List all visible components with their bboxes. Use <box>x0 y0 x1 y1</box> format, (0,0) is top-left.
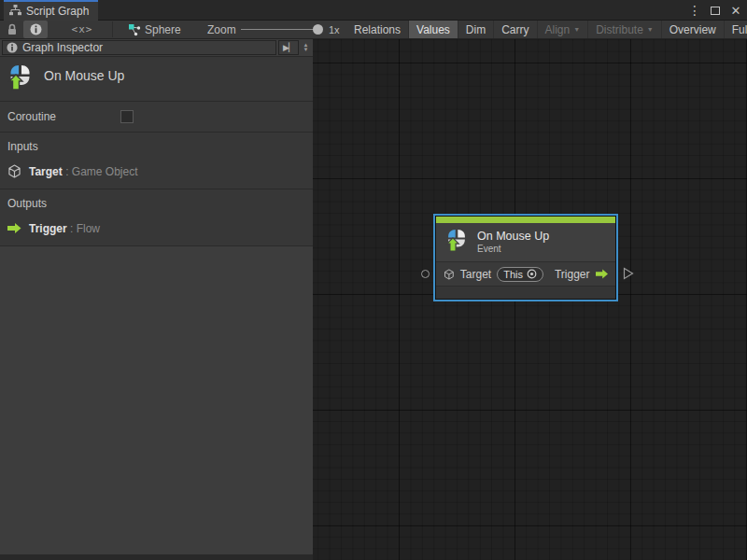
node-port-row: Target This Trigger <box>436 261 615 286</box>
input-type: Game Object <box>72 165 138 178</box>
event-color-bar <box>436 217 615 223</box>
mouse-up-icon <box>7 64 33 94</box>
coroutine-checkbox[interactable] <box>120 110 134 123</box>
on-mouse-up-node[interactable]: On Mouse Up Event Target This <box>435 216 616 300</box>
zoom-label: Zoom <box>207 21 236 38</box>
node-body[interactable]: On Mouse Up Event Target This <box>435 216 616 300</box>
unit-header-section: On Mouse Up <box>0 57 313 102</box>
inspector-bottom-edge <box>0 554 313 560</box>
script-graph-window: Script Graph ⋮ ✕ <x> <box>0 0 747 560</box>
input-name: Target <box>29 165 63 178</box>
flow-arrow-icon <box>7 222 21 234</box>
graph-inspector-panel: Graph Inspector ▶▏ ▲ ▼ On Mouse Up Corou… <box>0 39 313 560</box>
window-menu-icon[interactable]: ⋮ <box>687 3 702 18</box>
zoom-value: 1x <box>329 21 340 38</box>
graph-owner-label[interactable]: Sphere <box>145 21 181 38</box>
trigger-port-label: Trigger <box>555 268 590 281</box>
graph-owner-icon <box>127 21 142 38</box>
unit-title: On Mouse Up <box>44 64 124 83</box>
node-subtitle: Event <box>477 244 549 255</box>
values-button[interactable]: Values <box>408 21 458 38</box>
chevron-down-icon: ▼ <box>647 26 654 33</box>
align-dropdown[interactable]: Align ▼ <box>537 21 588 38</box>
info-icon <box>7 42 18 53</box>
dock-panel-button[interactable]: ▶▏ <box>278 40 299 55</box>
target-object-picker[interactable]: This <box>497 267 543 282</box>
distribute-dropdown[interactable]: Distribute ▼ <box>587 21 661 38</box>
node-left-port[interactable] <box>421 270 430 278</box>
output-name: Trigger <box>29 222 67 235</box>
dim-button[interactable]: Dim <box>458 21 493 38</box>
close-icon[interactable]: ✕ <box>728 3 743 18</box>
outputs-header: Outputs <box>7 197 305 210</box>
target-port-label: Target <box>460 268 491 281</box>
tab-label: Script Graph <box>26 5 89 18</box>
node-footer <box>436 286 615 299</box>
zoom-slider-track[interactable] <box>241 29 319 30</box>
carry-button[interactable]: Carry <box>493 21 536 38</box>
coroutine-row: Coroutine <box>0 102 313 133</box>
toolbar-buttons: Relations Values Dim Carry Align ▼ Distr… <box>346 21 747 38</box>
node-right-port[interactable] <box>623 267 634 284</box>
inspector-title-bar: Graph Inspector <box>2 40 276 55</box>
relations-button[interactable]: Relations <box>346 21 408 38</box>
cube-icon <box>444 268 455 281</box>
overview-button[interactable]: Overview <box>661 21 724 38</box>
zoom-slider-handle[interactable] <box>313 24 323 35</box>
graph-hierarchy-icon <box>9 3 21 20</box>
output-row-trigger: Trigger : Flow <box>7 219 305 236</box>
panel-spinner[interactable]: ▲ ▼ <box>299 39 313 56</box>
coroutine-label: Coroutine <box>7 110 56 123</box>
tab-bar: Script Graph ⋮ ✕ <box>0 0 747 21</box>
flow-arrow-icon <box>596 268 608 280</box>
tab-script-graph[interactable]: Script Graph <box>4 0 98 21</box>
inspector-empty-area <box>0 246 313 554</box>
inputs-header: Inputs <box>7 140 305 153</box>
mouse-up-icon <box>445 229 468 256</box>
full-screen-button[interactable]: Full Screen <box>724 21 747 38</box>
node-header[interactable]: On Mouse Up Event <box>436 223 615 261</box>
graph-canvas[interactable]: On Mouse Up Event Target This <box>313 39 747 560</box>
object-picker-icon <box>527 269 537 279</box>
inspector-title: Graph Inspector <box>22 41 103 54</box>
maximize-icon[interactable] <box>708 3 723 18</box>
input-row-target: Target : Game Object <box>7 162 305 179</box>
toolbar-divider <box>112 21 113 37</box>
outputs-section: Outputs Trigger : Flow <box>0 189 313 246</box>
inputs-section: Inputs Target : Game Object <box>0 133 313 189</box>
inspector-header: Graph Inspector ▶▏ ▲ ▼ <box>0 39 313 57</box>
spin-down-icon[interactable]: ▼ <box>303 48 309 52</box>
code-preview-icon[interactable]: <x> <box>56 21 108 38</box>
chevron-down-icon: ▼ <box>573 26 580 33</box>
cube-icon <box>7 164 21 178</box>
inspector-toggle-button[interactable] <box>23 21 48 38</box>
node-title: On Mouse Up <box>477 230 549 244</box>
lock-icon[interactable] <box>3 21 21 38</box>
output-type: Flow <box>77 222 100 235</box>
graph-toolbar: <x> Sphere Zoom 1x Relations Values Dim … <box>0 21 747 39</box>
window-controls: ⋮ ✕ <box>687 0 743 21</box>
